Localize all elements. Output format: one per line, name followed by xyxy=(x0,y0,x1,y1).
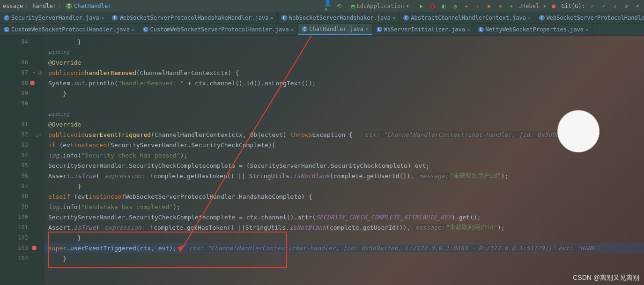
override-gutter-icon[interactable]: ↑ @ xyxy=(32,70,42,76)
code-line[interactable]: SecurityServerHandler.SecurityCheckCompl… xyxy=(44,212,644,222)
class-icon: C xyxy=(403,15,409,21)
code-line[interactable]: } xyxy=(44,181,644,191)
tab-ws-protocol-handshake-handler[interactable]: CWebSocketServerProtocolHandshakeHandler… xyxy=(108,12,278,23)
gutter-line: 92○↑ xyxy=(0,129,44,140)
gutter-line: 102 xyxy=(0,232,44,243)
breadcrumb-class[interactable]: ChatHandler xyxy=(74,3,111,9)
code-line-current[interactable]: super.userEventTriggered(ctx, evt); ctx:… xyxy=(44,243,644,253)
run-icon[interactable]: ▶ xyxy=(418,2,425,10)
git-update-icon[interactable]: ✓ xyxy=(589,2,596,10)
close-icon[interactable]: × xyxy=(291,27,294,33)
tab-custom-ws-server-protocol-handler[interactable]: CCustomWebSocketServerProtocolHandler.ja… xyxy=(139,24,298,35)
override-gutter-icon[interactable]: ○↑ xyxy=(36,132,42,138)
code-line[interactable]: log.info("Security check has passed"); xyxy=(44,150,644,160)
close-icon[interactable]: × xyxy=(585,27,589,33)
code-line[interactable]: Assert.isTrue( expression: !complete.get… xyxy=(44,222,644,232)
code-line[interactable]: SecurityServerHandler.SecurityCheckCompl… xyxy=(44,160,644,171)
run-config-selector[interactable]: ⬒ EduApplication ▾ xyxy=(347,2,414,10)
class-icon: C xyxy=(112,15,118,21)
editor-tabs-row-2: CCustomWebSocketProtocolHandler.java× CC… xyxy=(0,24,644,36)
chevron-right-icon: 〉 xyxy=(25,2,30,10)
jr-icon[interactable]: ✦ xyxy=(463,2,470,10)
code-line[interactable]: System.out.println("handlerRemoved: " + … xyxy=(44,78,644,88)
gutter[interactable]: 84 86 87↑ @ 88 89 90 91 92○↑ 93 94 95 96… xyxy=(0,36,44,285)
gutter-line: 95 xyxy=(0,160,44,171)
tab-ws-server-handshaker[interactable]: CWebSocketServerHandshaker.java× xyxy=(278,12,400,23)
gutter-line xyxy=(0,47,44,57)
close-icon[interactable]: × xyxy=(467,27,470,33)
author-annotation: qubing xyxy=(51,49,70,55)
stop-icon[interactable]: ■ xyxy=(550,2,557,10)
class-icon: C xyxy=(4,27,9,32)
param-hint: message: xyxy=(418,172,450,180)
close-icon[interactable]: × xyxy=(270,15,274,21)
close-icon[interactable]: × xyxy=(132,27,135,33)
code-line[interactable]: Assert.isTrue( expression: !complete.get… xyxy=(44,171,644,181)
coverage-icon[interactable]: ◧ xyxy=(440,2,448,10)
gutter-line-breakpoint[interactable]: 88 xyxy=(0,78,44,88)
breadcrumb[interactable]: essage 〉 handler 〉 C ChatHandler xyxy=(3,2,111,10)
tab-custom-ws-protocol-handler[interactable]: CCustomWebSocketProtocolHandler.java× xyxy=(0,24,139,35)
param-hint: expression: xyxy=(103,224,146,231)
jr2-icon[interactable]: ✧ xyxy=(474,2,481,10)
tab-ws-server-initializer[interactable]: CWsServerInitializer.java× xyxy=(373,24,474,35)
git-push-icon[interactable]: ↗ xyxy=(611,2,619,10)
profile-icon[interactable]: ◔ xyxy=(452,2,459,10)
inline-hint: ctx: "ChannelHandlerContext(chat-handler… xyxy=(187,245,557,252)
tab-netty-ws-properties[interactable]: CNettyWebSocketProperties.java× xyxy=(474,24,593,35)
mascot-image xyxy=(546,92,611,158)
tab-security-server-handler[interactable]: CSecurityServerHandler.java× xyxy=(0,12,108,23)
code-line[interactable]: } xyxy=(44,232,644,243)
code-line[interactable]: else if (evt instanceof WebSocketServerP… xyxy=(44,191,644,202)
git-commit-icon[interactable]: ✓ xyxy=(600,2,607,10)
gutter-line: 96 xyxy=(0,171,44,181)
breadcrumb-segment[interactable]: essage xyxy=(3,3,23,9)
jrebel-label[interactable]: JRebel xyxy=(519,3,539,9)
user-icon[interactable]: 👤▾ xyxy=(324,2,332,10)
close-icon[interactable]: × xyxy=(365,26,369,32)
git-label[interactable]: Git(G): xyxy=(561,3,585,9)
gutter-line: 104 xyxy=(0,253,44,263)
code-line[interactable]: } xyxy=(44,253,644,263)
gutter-line xyxy=(0,109,44,119)
chevron-right-icon: 〉 xyxy=(58,2,64,10)
code-line[interactable]: } xyxy=(44,37,644,47)
gutter-line-breakpoint[interactable]: 103 xyxy=(0,243,44,253)
git-history-icon[interactable]: ⊙ xyxy=(622,2,630,10)
gutter-line: 87↑ @ xyxy=(0,68,44,78)
editor-tabs-row-1: CSecurityServerHandler.java× CWebSocketS… xyxy=(0,12,644,24)
chevron-down-icon: ▾ xyxy=(406,3,409,9)
tab-ws-protocol-handler[interactable]: CWebSocketServerProtocolHandler.java× xyxy=(535,12,644,23)
gutter-line: 99 xyxy=(0,202,44,212)
tab-abstract-channel-ctx[interactable]: CAbstractChannelHandlerContext.java× xyxy=(400,12,535,23)
run-config-label: EduApplication xyxy=(356,3,404,9)
jr5-icon[interactable]: ✴ xyxy=(508,2,515,10)
sync-icon[interactable]: ⟲ xyxy=(335,2,343,10)
code-area[interactable]: } ▲ qubing @Override public void handler… xyxy=(44,36,644,285)
gutter-line: 101 xyxy=(0,222,44,232)
code-editor[interactable]: 84 86 87↑ @ 88 89 90 91 92○↑ 93 94 95 96… xyxy=(0,36,644,285)
close-icon[interactable]: × xyxy=(528,15,531,21)
code-line[interactable]: ▲ qubing xyxy=(44,47,644,57)
code-line[interactable]: log.info("Handshake has completed"); xyxy=(44,202,644,212)
breadcrumb-segment[interactable]: handler xyxy=(32,3,56,9)
gutter-line: 100 xyxy=(0,212,44,222)
code-line[interactable]: public void handlerRemoved(ChannelHandle… xyxy=(44,68,644,78)
jr4-icon[interactable]: ✲ xyxy=(496,2,504,10)
class-icon: C xyxy=(377,27,382,32)
code-line[interactable]: } xyxy=(44,88,644,98)
close-icon[interactable]: × xyxy=(101,15,104,21)
git-rollback-icon[interactable]: ↶ xyxy=(634,2,641,10)
gutter-line: 90 xyxy=(0,98,44,109)
jr3-icon[interactable]: ✱ xyxy=(485,2,493,10)
gutter-line: 97 xyxy=(0,181,44,191)
debug-icon[interactable]: 🐞 xyxy=(429,2,437,10)
close-icon[interactable]: × xyxy=(392,15,396,21)
tab-chat-handler[interactable]: CChatHandler.java× xyxy=(298,24,372,35)
code-line[interactable]: @Override xyxy=(44,57,644,68)
gutter-line: 91 xyxy=(0,119,44,129)
gutter-line: 98 xyxy=(0,191,44,202)
class-icon: C xyxy=(539,15,545,21)
watermark: CSDN @离别又见离别 xyxy=(573,274,639,282)
param-hint: message: xyxy=(414,224,446,231)
